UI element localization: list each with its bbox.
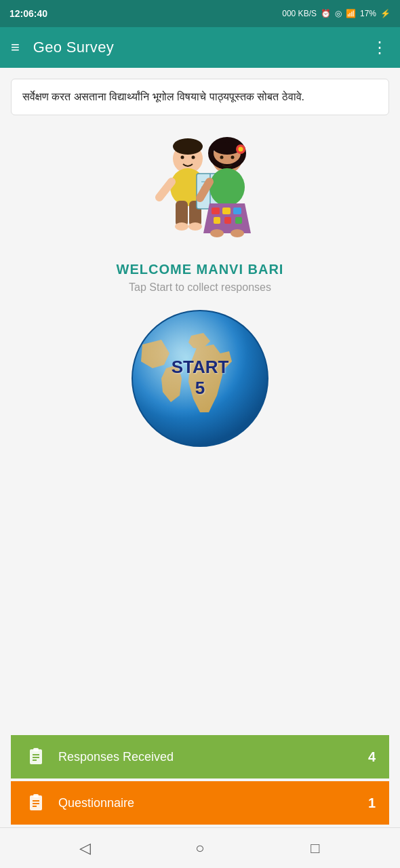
students-illustration xyxy=(139,133,261,248)
svg-point-32 xyxy=(231,229,244,237)
home-button[interactable]: ○ xyxy=(183,835,217,862)
clipboard-list-icon xyxy=(26,747,45,766)
signal-icon: 📶 xyxy=(346,9,356,18)
svg-point-7 xyxy=(175,222,188,231)
questionnaire-label: Questionnaire xyxy=(58,796,368,810)
svg-point-31 xyxy=(210,229,224,237)
svg-point-10 xyxy=(192,156,195,159)
svg-line-3 xyxy=(159,182,172,197)
responses-label: Responses Received xyxy=(58,750,368,764)
svg-point-22 xyxy=(209,168,245,206)
notice-text: सर्वेक्षण करत असताना विद्यार्थ्यांनि भूग… xyxy=(22,91,304,102)
status-bar: 12:06:40 000 KB/S ⏰ ◎ 📶 17% ⚡ xyxy=(0,0,400,27)
responses-received-bar[interactable]: Responses Received 4 xyxy=(11,735,389,778)
main-content: सर्वेक्षण करत असताना विद्यार्थ्यांनि भूग… xyxy=(0,68,400,827)
hamburger-icon[interactable]: ≡ xyxy=(11,39,20,56)
questionnaire-clipboard-icon xyxy=(26,793,45,812)
svg-point-8 xyxy=(188,222,202,231)
svg-point-42 xyxy=(132,311,268,446)
bottom-bars: Responses Received 4 Questionnaire 1 xyxy=(11,735,389,827)
back-button[interactable]: ◁ xyxy=(68,835,102,862)
svg-point-33 xyxy=(220,156,224,159)
tap-instruction: Tap Start to collect responses xyxy=(129,281,271,294)
svg-point-1 xyxy=(173,138,203,155)
wifi-icon: ◎ xyxy=(335,9,342,18)
questionnaire-icon xyxy=(24,791,47,814)
responses-count: 4 xyxy=(368,749,376,765)
questionnaire-count: 1 xyxy=(368,795,376,811)
app-title: Geo Survey xyxy=(33,39,372,56)
responses-icon xyxy=(24,745,47,768)
svg-rect-29 xyxy=(235,217,242,224)
nav-bar: ◁ ○ □ xyxy=(0,827,400,868)
svg-point-9 xyxy=(181,156,184,159)
svg-rect-26 xyxy=(233,208,241,214)
svg-rect-50 xyxy=(33,794,39,797)
welcome-heading: WELCOME MANVI BARI xyxy=(117,262,284,277)
start-globe-button[interactable]: START 5 xyxy=(129,307,271,450)
charging-icon: ⚡ xyxy=(380,9,391,18)
svg-point-21 xyxy=(239,147,243,152)
status-right: 000 KB/S ⏰ ◎ 📶 17% ⚡ xyxy=(282,9,391,18)
svg-rect-24 xyxy=(212,208,220,214)
recents-button[interactable]: □ xyxy=(298,835,332,862)
more-options-icon[interactable]: ⋮ xyxy=(372,38,389,57)
illustration-container xyxy=(139,133,261,248)
svg-rect-25 xyxy=(222,208,231,214)
alarm-icon: ⏰ xyxy=(321,9,331,18)
questionnaire-bar[interactable]: Questionnaire 1 xyxy=(11,781,389,825)
network-indicator: 000 KB/S xyxy=(282,9,317,18)
battery-level: 17% xyxy=(360,9,376,18)
svg-point-34 xyxy=(231,156,235,159)
notice-box: सर्वेक्षण करत असताना विद्यार्थ्यांनि भूग… xyxy=(11,79,389,115)
svg-rect-27 xyxy=(214,217,220,224)
svg-rect-28 xyxy=(224,217,231,224)
svg-rect-45 xyxy=(33,748,39,751)
app-bar: ≡ Geo Survey ⋮ xyxy=(0,27,400,68)
globe-icon xyxy=(129,307,271,450)
status-time: 12:06:40 xyxy=(9,8,47,19)
